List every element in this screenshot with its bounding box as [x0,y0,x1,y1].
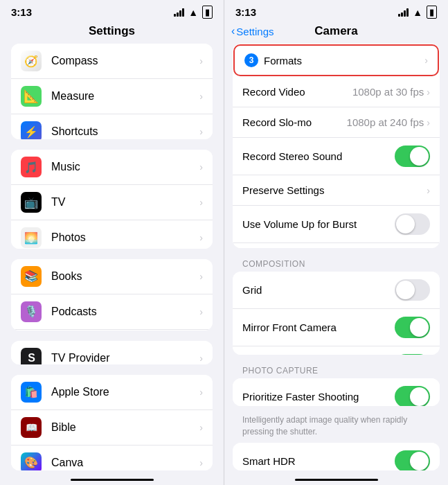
volume-burst-toggle[interactable] [395,213,430,235]
chevron-icon: › [199,306,203,317]
list-item[interactable]: 📐 Measure › [11,79,213,114]
settings-section-3: 📚 Books › 🎙️ Podcasts › 🎮 Game Center › [11,259,213,331]
preserve-label: Preserve Settings [242,184,427,196]
photo-capture-header: PHOTO CAPTURE [233,360,440,378]
settings-section-2: 🎵 Music › 📺 TV › 🌅 Photos › 2 📷 Camera › [11,150,213,248]
list-item[interactable]: 🎮 Game Center › [11,330,213,331]
camera-settings-group1: 3 Formats › Record Video 1080p at 30 fps… [233,44,440,248]
back-label: Settings [236,26,274,37]
canva-label: Canva [51,457,199,469]
appstore-label: Apple Store [51,386,199,398]
shortcuts-icon: ⚡ [21,121,42,139]
back-chevron-icon: ‹ [231,25,235,37]
list-item[interactable]: 🎨 Canva › [11,446,213,470]
tvprovider-label: TV Provider [51,352,199,364]
record-video-label: Record Video [242,86,352,98]
right-battery-icon: ▮ [427,6,437,19]
record-video-value: 1080p at 30 fps [352,86,424,98]
back-button[interactable]: ‹ Settings [231,25,274,37]
chevron-icon: › [199,126,203,137]
books-icon: 📚 [21,266,42,287]
signal-icon [174,8,184,17]
scan-qr-item: Scan QR Codes [233,243,440,248]
list-item[interactable]: 🎵 Music › [11,150,213,185]
right-status-icons: ▲ ▮ [398,6,437,19]
faster-shooting-desc: Intelligently adapt image quality when r… [233,412,440,443]
smart-hdr-toggle[interactable] [395,450,430,470]
record-slomo-value: 1080p at 240 fps [347,116,424,128]
chevron-icon: › [427,117,430,128]
right-home-indicator [295,479,378,481]
mirror-front-item: Mirror Front Camera [233,309,440,346]
left-time: 3:13 [11,6,32,18]
photos-icon: 🌅 [21,227,42,248]
camera-title: Camera [314,24,357,38]
preserve-item[interactable]: Preserve Settings › [233,175,440,206]
view-outside-toggle[interactable] [395,354,430,355]
right-wifi-icon: ▲ [413,7,422,18]
settings-section-1: 🧭 Compass › 📐 Measure › ⚡ Shortcuts › ❤️… [11,44,213,139]
settings-section-5: 🛍️ Apple Store › 📖 Bible › 🎨 Canva › 🌐 C… [11,375,213,470]
list-item[interactable]: S TV Provider › [11,341,213,364]
camera-settings-group4: Smart HDR [233,443,440,470]
record-stereo-label: Record Stereo Sound [242,150,395,162]
volume-burst-label: Use Volume Up for Burst [242,218,395,230]
right-time: 3:13 [235,6,256,18]
record-stereo-toggle[interactable] [395,146,430,167]
formats-item[interactable]: 3 Formats › [233,44,439,76]
view-outside-item: View Outside the Frame [233,346,440,355]
compass-label: Compass [51,55,199,67]
right-signal-icon [398,8,409,17]
camera-nav: ‹ Settings Camera [224,21,448,44]
formats-label: Formats [264,55,424,67]
chevron-icon: › [199,457,203,468]
record-stereo-item: Record Stereo Sound [233,138,440,175]
bible-icon: 📖 [21,417,42,438]
battery-icon: ▮ [202,6,213,19]
chevron-icon: › [424,55,428,66]
list-item[interactable]: 📚 Books › [11,259,213,294]
podcasts-label: Podcasts [51,306,199,318]
left-title: Settings [0,21,224,44]
mirror-front-toggle[interactable] [395,317,430,338]
measure-label: Measure [51,90,199,103]
volume-burst-item: Use Volume Up for Burst [233,206,440,243]
chevron-icon: › [199,232,203,243]
tv-label: TV [51,196,199,209]
camera-settings-group3: Prioritize Faster Shooting [233,378,440,406]
list-item[interactable]: 🛍️ Apple Store › [11,375,213,410]
smart-hdr-item: Smart HDR [233,443,440,470]
badge-3: 3 [244,53,258,67]
record-video-item[interactable]: Record Video 1080p at 30 fps › [233,77,440,107]
list-item[interactable]: ⚡ Shortcuts › [11,114,213,139]
left-status-icons: ▲ ▮ [174,6,213,19]
record-slomo-label: Record Slo-mo [242,116,347,128]
photos-label: Photos [51,231,199,244]
right-panel: 3:13 ▲ ▮ ‹ Settings Camera 3 Formats › R… [224,0,448,485]
bible-label: Bible [51,421,199,434]
chevron-icon: › [199,197,203,208]
faster-shooting-toggle[interactable] [395,386,430,406]
chevron-icon: › [199,55,203,67]
faster-shooting-label: Prioritize Faster Shooting [242,391,395,403]
chevron-icon: › [199,387,203,398]
tvprovider-icon: S [21,348,42,364]
chevron-icon: › [199,161,203,173]
settings-section-4: S TV Provider › [11,341,213,364]
record-slomo-item[interactable]: Record Slo-mo 1080p at 240 fps › [233,107,440,138]
appstore-icon: 🛍️ [21,382,42,403]
grid-toggle[interactable] [395,279,430,301]
list-item[interactable]: 📺 TV › [11,185,213,220]
music-label: Music [51,161,199,173]
list-item[interactable]: 📖 Bible › [11,410,213,446]
list-item[interactable]: 🧭 Compass › [11,44,213,79]
canva-icon: 🎨 [21,452,42,470]
chevron-icon: › [199,422,203,433]
list-item[interactable]: 🌅 Photos › [11,220,213,248]
list-item[interactable]: 🎙️ Podcasts › [11,294,213,330]
faster-shooting-item: Prioritize Faster Shooting [233,378,440,406]
chevron-icon: › [199,353,203,364]
grid-item: Grid [233,272,440,309]
chevron-icon: › [199,271,203,282]
composition-header: COMPOSITION [233,254,440,272]
